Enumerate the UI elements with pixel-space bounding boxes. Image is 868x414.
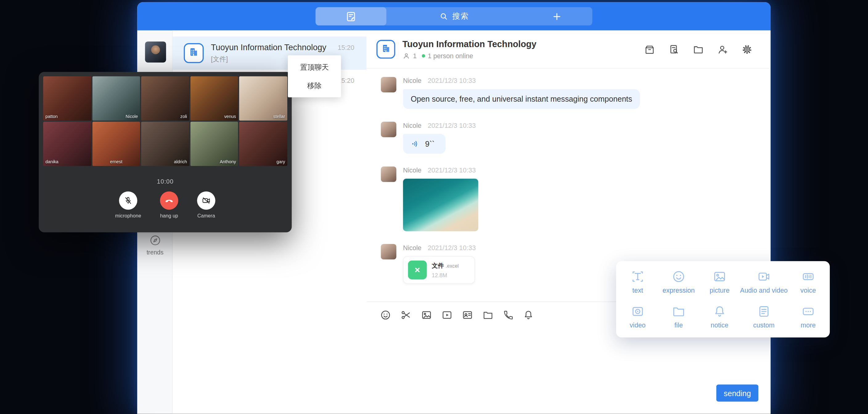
mic-off-icon [123, 196, 133, 205]
top-bar: 搜索 [137, 2, 771, 31]
camera-control: Camera [197, 191, 215, 218]
participant-name: Anthony [220, 159, 236, 164]
sender-name: Nicole [403, 167, 421, 174]
more-dots-icon [801, 304, 815, 319]
members-icon [403, 52, 410, 59]
hangup-icon [164, 195, 175, 206]
add-member-icon[interactable] [717, 43, 729, 55]
message-voice: Nicole 2021/12/3 10:33 9` [381, 122, 771, 154]
member-count: 1 [413, 52, 417, 59]
sender-name: Nicole [403, 77, 421, 85]
camera-off-button[interactable] [197, 191, 215, 210]
rail-item-trends[interactable]: trends [137, 234, 173, 256]
mic-off-button[interactable] [119, 191, 137, 210]
online-dot [422, 54, 425, 57]
video-tile: stellar [240, 76, 287, 121]
menu-item-remove[interactable]: 移除 [288, 76, 341, 95]
my-avatar[interactable] [145, 41, 166, 63]
video-tile: gary [240, 122, 287, 166]
message-time: 2021/12/3 10:33 [428, 244, 476, 252]
hangup-control: hang up [160, 191, 178, 218]
sender-name: Nicole [403, 244, 421, 252]
sender-avatar[interactable] [381, 122, 396, 137]
control-label: hang up [160, 213, 178, 218]
participant-name: gary [277, 159, 285, 164]
sender-avatar[interactable] [381, 77, 396, 92]
video-call-panel: patton Nicole zoli venus stellar danika … [39, 72, 292, 232]
message-time: 2021/12/3 10:33 [428, 77, 476, 85]
folder-icon[interactable] [692, 43, 704, 55]
settings-gear-icon[interactable] [741, 43, 753, 55]
file-name: 文件 [432, 262, 444, 269]
image-icon[interactable] [421, 309, 432, 321]
attach-item-notice[interactable]: notice [699, 299, 740, 334]
sender-avatar[interactable] [381, 167, 396, 182]
participant-grid: patton Nicole zoli venus stellar danika … [39, 72, 292, 166]
screen: 搜索 [0, 0, 868, 414]
file-search-icon[interactable] [668, 43, 680, 55]
attach-item-more[interactable]: more [788, 299, 829, 334]
hangup-button[interactable] [160, 191, 178, 210]
participant-name: danika [45, 159, 58, 164]
attach-item-text[interactable]: text [617, 264, 658, 299]
control-label: microphone [115, 213, 141, 218]
contact-card-icon[interactable] [462, 309, 473, 321]
image-attachment[interactable] [403, 179, 478, 231]
conversation-title: Tuoyun Information Technology [211, 42, 338, 52]
attach-item-expression[interactable]: expression [658, 264, 699, 299]
search-icon [439, 12, 448, 21]
context-menu: 置顶聊天 移除 [288, 56, 341, 97]
search-bar[interactable]: 搜索 [316, 7, 592, 25]
menu-item-pin[interactable]: 置顶聊天 [288, 58, 341, 76]
compose-note-button[interactable] [316, 7, 386, 25]
add-button[interactable] [522, 11, 592, 22]
trends-label: trends [147, 249, 163, 256]
control-label: Camera [197, 213, 215, 218]
delivery-box-icon[interactable] [644, 43, 656, 55]
group-avatar [184, 43, 204, 63]
file-extension: .excel [446, 263, 459, 269]
attach-item-file[interactable]: file [658, 299, 699, 334]
sender-name: Nicole [403, 122, 421, 129]
folder-icon[interactable] [482, 309, 494, 321]
audio-video-icon [757, 269, 771, 284]
chat-header-actions [644, 43, 753, 55]
search-input[interactable]: 搜索 [386, 11, 522, 21]
attach-type-panel: text expression [616, 261, 830, 338]
camera-off-icon [202, 196, 211, 205]
video-tile: ernest [92, 122, 140, 166]
conversation-time: 15:20 [338, 44, 354, 52]
chat-header-info: Tuoyun Information Technology 1 1 person… [403, 39, 537, 59]
participant-name: Nicole [126, 114, 138, 119]
voice-icon [801, 269, 815, 284]
message-text: Nicole 2021/12/3 10:33 Open source, free… [381, 77, 771, 109]
attach-item-video[interactable]: video [617, 299, 658, 334]
participant-name: aldrich [174, 159, 187, 164]
voice-bubble[interactable]: 9`` [403, 134, 446, 154]
excel-file-icon [408, 261, 427, 279]
message-time: 2021/12/3 10:33 [428, 167, 476, 174]
emoji-icon[interactable] [380, 309, 392, 321]
call-timer: 10:00 [39, 178, 292, 185]
phone-icon[interactable] [503, 310, 514, 321]
building-icon [381, 43, 391, 56]
video-icon[interactable] [441, 309, 453, 321]
scissors-icon[interactable] [400, 309, 412, 321]
plus-icon [552, 11, 562, 22]
sender-avatar[interactable] [381, 244, 396, 259]
attach-item-audio-video[interactable]: Audio and video [740, 264, 788, 299]
file-attachment[interactable]: 文件 .excel 12.8M [403, 256, 475, 284]
trends-icon [149, 234, 161, 247]
group-avatar [376, 40, 395, 59]
attach-item-custom[interactable]: custom [740, 299, 788, 334]
video-tile: patton [43, 76, 91, 121]
video-tile: Anthony [190, 122, 238, 166]
attach-item-picture[interactable]: picture [699, 264, 740, 299]
picture-icon [712, 269, 727, 284]
bell-icon[interactable] [523, 309, 534, 321]
message-time: 2021/12/3 10:33 [428, 122, 476, 129]
send-button[interactable]: sending [716, 384, 758, 402]
video-tile: venus [190, 76, 238, 121]
attach-item-voice[interactable]: voice [788, 264, 829, 299]
video-play-icon [631, 304, 645, 319]
